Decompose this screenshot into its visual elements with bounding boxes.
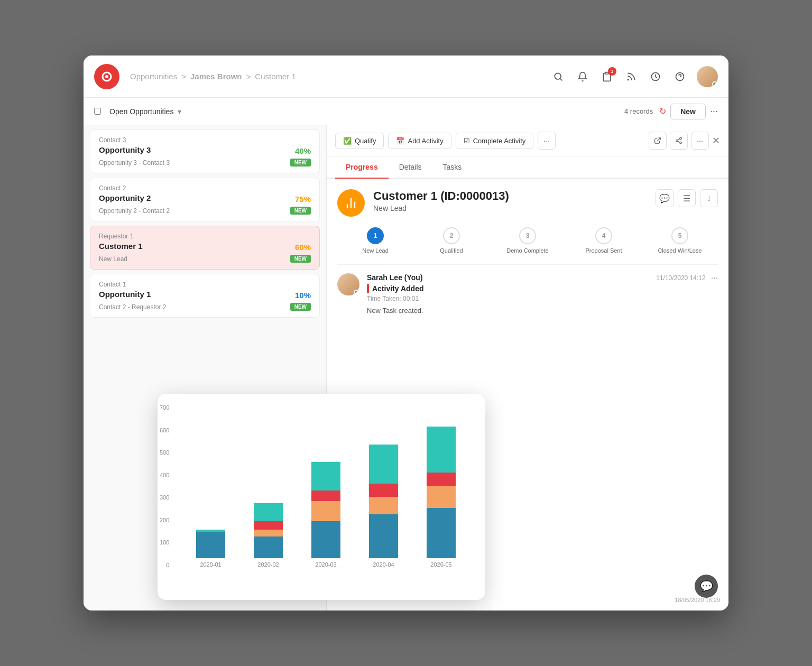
svg-point-12 [680,142,682,144]
external-link-icon[interactable] [649,132,667,150]
customer-icon [337,189,365,217]
bar-stack [311,462,340,558]
download-icon[interactable]: ↓ [700,189,718,207]
clock-icon[interactable] [648,69,663,84]
clipboard-icon[interactable]: 3 [599,69,614,84]
pipeline-step[interactable]: 4 Proposal Sent [566,227,642,254]
calendar-icon: 📅 [396,137,404,145]
list-item[interactable]: Contact 3 Opportunity 3 40% Opportunity … [90,130,320,173]
bar-segment [427,473,456,486]
complete-activity-button[interactable]: ☑ Complete Activity [456,133,534,149]
svg-point-2 [555,73,561,79]
share-icon[interactable] [670,132,688,150]
list-item[interactable]: Contact 2 Opportunity 2 75% Opportunity … [90,178,320,221]
svg-line-13 [678,141,680,142]
chat-button[interactable]: 💬 [695,575,718,598]
pipeline-step[interactable]: 3 Demo Complete [490,227,566,254]
list-item-bottom: Opportunity 2 - Contact 2 NEW [99,207,311,215]
panel-more-button[interactable]: ··· [691,132,709,150]
bar-label: 2020-01 [200,561,221,568]
top-bar: Opportunities > James Brown > Customer 1… [84,56,728,98]
list-item[interactable]: Contact 1 Opportunity 1 10% Contact 2 - … [90,274,320,318]
customer-header: Customer 1 (ID:0000013) New Lead 💬 ☰ ↓ [337,189,718,217]
bar-group: 2020-04 [363,445,404,568]
sub-bar: Open Opportunities ▾ 4 records ↻ New ··· [84,98,728,125]
select-all-checkbox[interactable] [94,108,101,115]
qualify-icon: ✅ [343,137,352,145]
bar-stack [427,427,456,558]
activity-title-label: Activity Added [372,284,424,293]
svg-point-1 [105,75,108,78]
bar-group: 2020-05 [420,427,462,568]
activity-more-button[interactable]: ··· [711,273,718,283]
customer-info: Customer 1 (ID:0000013) New Lead [373,189,509,212]
list-item-sub: Contact 2 - Requestor 2 [99,303,166,311]
tab-progress[interactable]: Progress [335,156,389,179]
bar-group: 2020-01 [190,530,232,568]
tab-details[interactable]: Details [389,156,432,179]
new-button[interactable]: New [670,104,706,119]
list-item-sub: New Lead [99,255,127,263]
close-panel-button[interactable]: ✕ [712,132,720,150]
bar-segment [311,462,340,491]
pipeline-step[interactable]: 5 Closed Win/Lose [642,227,718,254]
pipeline-step[interactable]: 1 New Lead [337,227,413,254]
refresh-icon[interactable]: ↻ [659,106,666,116]
qualify-button[interactable]: ✅ Qualify [335,133,384,149]
y-axis-label: 300 [160,494,169,501]
list-item-pct: 40% [295,146,311,155]
svg-line-3 [560,78,562,80]
bar-segment [369,514,398,558]
app-logo[interactable] [94,64,119,89]
bar-group: 2020-03 [305,462,347,568]
records-count: 4 records [624,107,653,115]
bar-segment [369,497,398,514]
tab-tasks[interactable]: Tasks [432,156,473,179]
breadcrumb: Opportunities > James Brown > Customer 1 [130,72,551,81]
tabs: Progress Details Tasks [327,156,728,179]
bell-icon[interactable] [575,69,590,84]
pipeline-step[interactable]: 2 Qualified [413,227,490,254]
step-label: New Lead [362,247,389,254]
step-circle: 2 [443,227,460,244]
user-avatar[interactable] [697,66,718,87]
more-options-button[interactable]: ··· [710,106,718,117]
search-icon[interactable] [551,69,566,84]
step-circle: 1 [367,227,384,244]
status-badge: NEW [290,255,311,263]
activity-online-indicator [354,290,359,295]
step-label: Qualified [440,247,463,254]
list-icon[interactable]: ☰ [678,189,696,207]
bar-segment [311,521,340,558]
activity-item: Sarah Lee (You) 11/10/2020 14:12 ··· Act… [337,264,718,323]
bar-segment [196,532,225,558]
status-badge: NEW [290,159,311,166]
action-more-button[interactable]: ··· [538,132,556,150]
activity-timestamp: 11/10/2020 14:12 [656,274,705,282]
bar-segment [427,427,456,473]
bar-group: 2020-02 [247,503,289,568]
online-indicator [712,81,717,87]
y-axis-labels: 7006005004003002001000 [160,404,169,568]
list-item-contact: Contact 2 [99,184,311,192]
rss-icon[interactable] [624,69,639,84]
qualify-label: Qualify [355,137,376,145]
list-item-sub: Opportunity 2 - Contact 2 [99,207,170,215]
svg-point-11 [676,140,678,142]
y-axis-label: 500 [160,449,169,456]
breadcrumb-part3[interactable]: Customer 1 [255,72,296,81]
list-item-sub: Opportunity 3 - Contact 3 [99,159,170,166]
list-item-name: Opportunity 1 [99,290,151,299]
list-item[interactable]: Requestor 1 Customer 1 60% New Lead NEW [90,226,320,270]
breadcrumb-part2[interactable]: James Brown [190,72,242,81]
y-axis-label: 0 [160,562,169,568]
bar-segment [369,445,398,484]
bar-stack [196,530,225,558]
breadcrumb-part1[interactable]: Opportunities [130,72,177,81]
add-activity-button[interactable]: 📅 Add Activity [388,133,451,149]
filter-dropdown[interactable]: Open Opportunities ▾ [105,105,186,118]
status-badge: NEW [290,303,311,311]
help-icon[interactable] [672,69,687,84]
chart-overlay: 7006005004003002001000 2020-012020-02202… [158,394,485,600]
comment-icon[interactable]: 💬 [656,189,673,207]
